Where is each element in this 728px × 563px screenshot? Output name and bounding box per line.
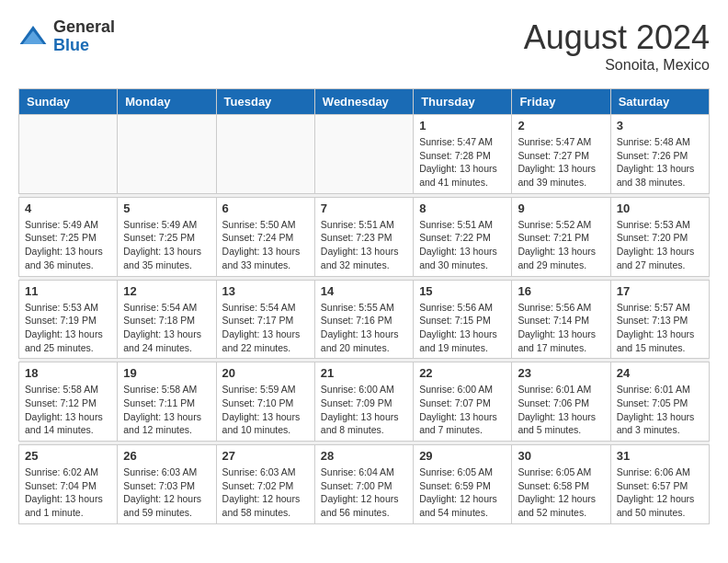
- day-number: 16: [518, 284, 604, 298]
- calendar-header-sunday: Sunday: [19, 89, 118, 115]
- calendar-header-monday: Monday: [118, 89, 216, 115]
- day-info: Sunrise: 5:49 AMSunset: 7:25 PMDaylight:…: [123, 218, 210, 272]
- calendar-header-saturday: Saturday: [610, 89, 709, 115]
- calendar-day: 17Sunrise: 5:57 AMSunset: 7:13 PMDayligh…: [610, 280, 709, 359]
- day-info: Sunrise: 5:50 AMSunset: 7:24 PMDaylight:…: [222, 218, 309, 272]
- calendar-day: 29Sunrise: 6:05 AMSunset: 6:59 PMDayligh…: [414, 445, 512, 524]
- calendar-day: 19Sunrise: 5:58 AMSunset: 7:11 PMDayligh…: [118, 362, 216, 442]
- calendar-day: 9Sunrise: 5:52 AMSunset: 7:21 PMDaylight…: [512, 197, 610, 276]
- calendar-day: [19, 115, 118, 194]
- calendar-day: 12Sunrise: 5:54 AMSunset: 7:18 PMDayligh…: [118, 280, 216, 359]
- day-number: 24: [617, 366, 703, 380]
- calendar-day: 25Sunrise: 6:02 AMSunset: 7:04 PMDayligh…: [19, 445, 118, 524]
- day-number: 30: [518, 449, 604, 463]
- day-info: Sunrise: 5:47 AMSunset: 7:27 PMDaylight:…: [518, 135, 604, 190]
- calendar-week-1: 1Sunrise: 5:47 AMSunset: 7:28 PMDaylight…: [19, 115, 710, 194]
- day-number: 11: [25, 284, 111, 298]
- day-number: 2: [518, 119, 604, 132]
- day-info: Sunrise: 5:47 AMSunset: 7:28 PMDaylight:…: [419, 135, 506, 190]
- day-info: Sunrise: 5:51 AMSunset: 7:23 PMDaylight:…: [321, 218, 407, 272]
- calendar-week-4: 18Sunrise: 5:58 AMSunset: 7:12 PMDayligh…: [19, 362, 710, 442]
- day-info: Sunrise: 6:06 AMSunset: 6:57 PMDaylight:…: [617, 465, 703, 520]
- day-number: 12: [123, 284, 210, 298]
- day-number: 14: [321, 284, 407, 298]
- day-info: Sunrise: 5:53 AMSunset: 7:20 PMDaylight:…: [617, 218, 703, 272]
- day-info: Sunrise: 6:00 AMSunset: 7:07 PMDaylight:…: [419, 383, 506, 437]
- day-info: Sunrise: 6:00 AMSunset: 7:09 PMDaylight:…: [321, 383, 407, 437]
- day-number: 29: [419, 449, 506, 463]
- calendar-day: [314, 115, 413, 194]
- day-info: Sunrise: 5:54 AMSunset: 7:18 PMDaylight:…: [123, 301, 210, 355]
- calendar-day: 20Sunrise: 5:59 AMSunset: 7:10 PMDayligh…: [216, 362, 314, 442]
- day-number: 18: [25, 366, 111, 380]
- day-info: Sunrise: 5:51 AMSunset: 7:22 PMDaylight:…: [419, 218, 506, 272]
- day-info: Sunrise: 5:56 AMSunset: 7:14 PMDaylight:…: [518, 301, 604, 355]
- calendar-day: 5Sunrise: 5:49 AMSunset: 7:25 PMDaylight…: [118, 197, 216, 276]
- day-number: 26: [123, 449, 210, 463]
- day-number: 31: [617, 449, 703, 463]
- calendar-day: 22Sunrise: 6:00 AMSunset: 7:07 PMDayligh…: [414, 362, 512, 442]
- day-number: 6: [222, 201, 309, 215]
- calendar-day: 23Sunrise: 6:01 AMSunset: 7:06 PMDayligh…: [512, 362, 610, 442]
- page-header: General Blue August 2024 Sonoita, Mexico: [18, 18, 710, 74]
- calendar-day: 10Sunrise: 5:53 AMSunset: 7:20 PMDayligh…: [610, 197, 709, 276]
- calendar: SundayMondayTuesdayWednesdayThursdayFrid…: [18, 88, 710, 524]
- day-number: 1: [419, 119, 506, 132]
- day-info: Sunrise: 6:05 AMSunset: 6:59 PMDaylight:…: [419, 465, 506, 520]
- day-info: Sunrise: 6:01 AMSunset: 7:05 PMDaylight:…: [617, 383, 703, 437]
- day-number: 20: [222, 366, 309, 380]
- day-number: 22: [419, 366, 506, 380]
- day-info: Sunrise: 6:03 AMSunset: 7:03 PMDaylight:…: [123, 465, 210, 520]
- calendar-week-2: 4Sunrise: 5:49 AMSunset: 7:25 PMDaylight…: [19, 197, 710, 276]
- day-info: Sunrise: 5:54 AMSunset: 7:17 PMDaylight:…: [222, 301, 309, 355]
- day-info: Sunrise: 5:58 AMSunset: 7:11 PMDaylight:…: [123, 383, 210, 437]
- calendar-day: 11Sunrise: 5:53 AMSunset: 7:19 PMDayligh…: [19, 280, 118, 359]
- location: Sonoita, Mexico: [524, 57, 710, 74]
- day-number: 28: [321, 449, 407, 463]
- calendar-day: 21Sunrise: 6:00 AMSunset: 7:09 PMDayligh…: [314, 362, 413, 442]
- calendar-day: [216, 115, 314, 194]
- calendar-day: 8Sunrise: 5:51 AMSunset: 7:22 PMDaylight…: [414, 197, 512, 276]
- month-year: August 2024: [524, 18, 710, 57]
- calendar-day: 16Sunrise: 5:56 AMSunset: 7:14 PMDayligh…: [512, 280, 610, 359]
- calendar-day: 31Sunrise: 6:06 AMSunset: 6:57 PMDayligh…: [610, 445, 709, 524]
- day-number: 27: [222, 449, 309, 463]
- day-number: 23: [518, 366, 604, 380]
- day-info: Sunrise: 5:49 AMSunset: 7:25 PMDaylight:…: [25, 218, 111, 272]
- day-number: 5: [123, 201, 210, 215]
- logo: General Blue: [18, 18, 115, 55]
- calendar-day: [118, 115, 216, 194]
- calendar-header-thursday: Thursday: [414, 89, 512, 115]
- day-number: 13: [222, 284, 309, 298]
- day-info: Sunrise: 6:03 AMSunset: 7:02 PMDaylight:…: [222, 465, 309, 520]
- calendar-day: 1Sunrise: 5:47 AMSunset: 7:28 PMDaylight…: [414, 115, 512, 194]
- calendar-day: 26Sunrise: 6:03 AMSunset: 7:03 PMDayligh…: [118, 445, 216, 524]
- day-number: 7: [321, 201, 407, 215]
- day-number: 25: [25, 449, 111, 463]
- day-number: 4: [25, 201, 111, 215]
- calendar-day: 15Sunrise: 5:56 AMSunset: 7:15 PMDayligh…: [414, 280, 512, 359]
- calendar-day: 14Sunrise: 5:55 AMSunset: 7:16 PMDayligh…: [314, 280, 413, 359]
- day-info: Sunrise: 5:56 AMSunset: 7:15 PMDaylight:…: [419, 301, 506, 355]
- logo-text: General Blue: [53, 18, 115, 55]
- day-number: 9: [518, 201, 604, 215]
- calendar-day: 30Sunrise: 6:05 AMSunset: 6:58 PMDayligh…: [512, 445, 610, 524]
- calendar-day: 6Sunrise: 5:50 AMSunset: 7:24 PMDaylight…: [216, 197, 314, 276]
- calendar-day: 2Sunrise: 5:47 AMSunset: 7:27 PMDaylight…: [512, 115, 610, 194]
- day-number: 21: [321, 366, 407, 380]
- day-info: Sunrise: 5:53 AMSunset: 7:19 PMDaylight:…: [25, 301, 111, 355]
- logo-blue: Blue: [53, 36, 89, 54]
- day-number: 10: [617, 201, 703, 215]
- calendar-day: 27Sunrise: 6:03 AMSunset: 7:02 PMDayligh…: [216, 445, 314, 524]
- day-number: 8: [419, 201, 506, 215]
- calendar-week-5: 25Sunrise: 6:02 AMSunset: 7:04 PMDayligh…: [19, 445, 710, 524]
- day-number: 15: [419, 284, 506, 298]
- day-info: Sunrise: 5:55 AMSunset: 7:16 PMDaylight:…: [321, 301, 407, 355]
- day-info: Sunrise: 5:57 AMSunset: 7:13 PMDaylight:…: [617, 301, 703, 355]
- title-section: August 2024 Sonoita, Mexico: [524, 18, 710, 74]
- day-info: Sunrise: 6:02 AMSunset: 7:04 PMDaylight:…: [25, 465, 111, 520]
- day-number: 19: [123, 366, 210, 380]
- calendar-header-friday: Friday: [512, 89, 610, 115]
- logo-icon: [18, 22, 48, 52]
- calendar-day: 7Sunrise: 5:51 AMSunset: 7:23 PMDaylight…: [314, 197, 413, 276]
